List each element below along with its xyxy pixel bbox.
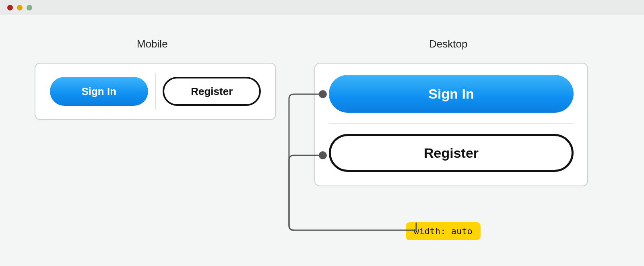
width-auto-annotation: width: auto [406,222,481,240]
mobile-heading: Mobile [137,38,168,50]
mobile-right-cell: Register [160,77,264,106]
vertical-divider [155,73,156,109]
sign-in-button[interactable]: Sign In [329,75,574,113]
window-minimize-icon[interactable] [17,5,23,10]
diagram-canvas: Mobile Desktop Sign In Register Sign In … [0,15,644,266]
window-zoom-icon[interactable] [27,5,32,10]
register-button[interactable]: Register [163,77,261,106]
desktop-card: Sign In Register [314,63,588,186]
desktop-heading: Desktop [429,38,467,50]
horizontal-divider [329,123,574,124]
sign-in-button[interactable]: Sign In [50,77,148,106]
window-titlebar [0,0,644,15]
traffic-lights [7,5,32,10]
window-close-icon[interactable] [7,5,13,10]
register-button[interactable]: Register [329,134,574,172]
mobile-card: Sign In Register [35,63,276,120]
mobile-left-cell: Sign In [47,77,151,106]
